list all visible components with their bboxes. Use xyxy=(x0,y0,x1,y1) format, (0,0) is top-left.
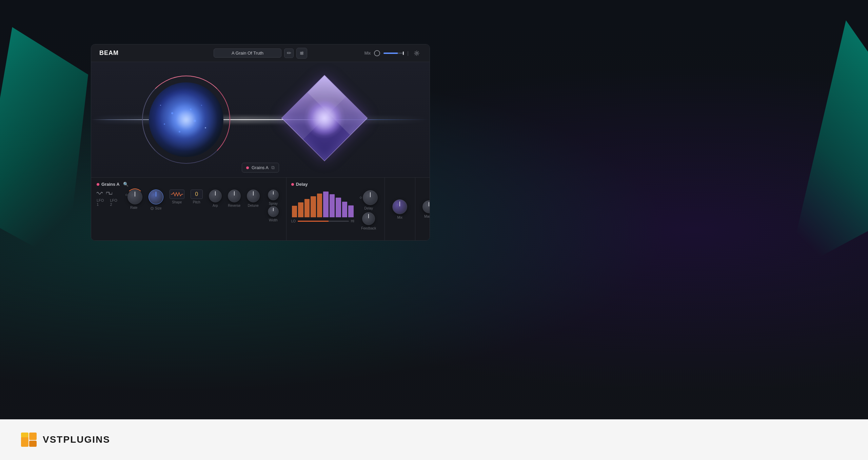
arp-knob[interactable] xyxy=(209,189,222,202)
grains-name: Grains A xyxy=(252,165,269,170)
delay-knob-label: Delay xyxy=(364,206,373,210)
particle xyxy=(201,105,202,106)
size-knob-label: Size xyxy=(155,206,161,210)
lfo-sine-icon[interactable] xyxy=(97,191,103,196)
grains-dot xyxy=(246,166,249,169)
svg-point-6 xyxy=(416,52,418,54)
shape-display[interactable] xyxy=(170,189,184,199)
shape-wave-icon xyxy=(171,192,183,197)
bottom-panel: Grains A 🔍 xyxy=(91,177,430,241)
detune-knob[interactable] xyxy=(247,189,260,202)
macro-knob[interactable] xyxy=(422,200,430,213)
mix-knob-group: Mix xyxy=(392,199,407,219)
eq-bar-3 xyxy=(304,199,310,217)
lfo2-label: LFO 2 xyxy=(110,198,117,206)
spray-knob[interactable] xyxy=(268,189,279,200)
vstplugins-logo-text: VSTPLUGINS xyxy=(43,434,110,445)
lo-label: LO xyxy=(291,219,296,223)
size-knob[interactable] xyxy=(149,189,163,204)
width-knob[interactable] xyxy=(268,206,279,217)
width-knob-group: Width xyxy=(268,206,279,222)
rate-knob-indicator xyxy=(126,188,143,205)
eq-bar-2 xyxy=(298,202,303,217)
preset-name-display[interactable]: A Grain Of Truth xyxy=(214,48,281,58)
grains-section-header: Grains A 🔍 xyxy=(97,182,281,187)
svg-point-4 xyxy=(301,53,302,54)
eq-bar-7 xyxy=(330,194,335,217)
spray-knob-group: Spray xyxy=(268,189,279,205)
lfo1-label: LFO 1 xyxy=(97,198,104,206)
settings-button[interactable] xyxy=(412,48,421,58)
pitch-value[interactable]: 0 xyxy=(191,189,203,199)
delay-knobs: Delay Feedback xyxy=(358,190,380,230)
svg-point-5 xyxy=(302,54,303,55)
orb-left[interactable] xyxy=(142,76,230,164)
vstplugins-logo-icon xyxy=(20,432,38,447)
grains-section-title: Grains A xyxy=(101,182,120,187)
eq-bar-5 xyxy=(317,194,322,217)
copy-button[interactable]: ⧉ xyxy=(271,165,275,171)
orb-inner xyxy=(149,82,223,157)
vstplugins-logo: VSTPLUGINS xyxy=(20,432,110,447)
delay-option-dot xyxy=(360,197,362,199)
arp-knob-group: Arp xyxy=(209,189,222,207)
svg-rect-9 xyxy=(29,433,37,440)
grains-section-dot xyxy=(97,183,99,186)
delay-dot xyxy=(291,183,294,186)
delay-title: Delay xyxy=(296,182,308,187)
grains-label-overlay: Grains A ⧉ xyxy=(242,163,279,173)
divider: | xyxy=(407,51,409,56)
eq-bars xyxy=(291,190,354,217)
diamond-shape xyxy=(281,75,368,161)
header-right-controls: Mix | xyxy=(364,48,421,58)
rate-knob[interactable] xyxy=(127,189,142,204)
eq-bar-4 xyxy=(311,196,316,217)
mix-knob[interactable] xyxy=(392,199,407,214)
mix-label: Mix xyxy=(364,51,371,56)
spray-knob-label: Spray xyxy=(269,202,278,205)
svg-rect-10 xyxy=(29,441,37,447)
plugin-window: BEAM A Grain Of Truth ✏ Mix xyxy=(91,44,430,241)
preset-filter-button[interactable] xyxy=(296,48,307,59)
svg-rect-8 xyxy=(21,433,28,437)
macro-knob-label: Macro xyxy=(424,215,430,218)
lfo-section: LFO 1 LFO 2 xyxy=(97,189,117,206)
orb-glow xyxy=(167,101,205,138)
delay-header: Delay xyxy=(291,182,380,187)
width-knob-label: Width xyxy=(269,218,278,222)
detune-knob-group: Detune xyxy=(247,189,260,207)
size-knob-group: ⊙ Size xyxy=(149,189,163,211)
pitch-knob-group: 0 Pitch xyxy=(191,189,203,204)
mix-knob-label: Mix xyxy=(397,216,403,219)
feedback-knob[interactable] xyxy=(362,212,375,225)
lfo-square-icon[interactable] xyxy=(106,191,112,196)
delay-section: Delay xyxy=(287,178,385,241)
rate-knob-group: Rate xyxy=(125,189,142,209)
delay-knob-group: Delay xyxy=(360,190,378,210)
preset-controls: A Grain Of Truth ✏ xyxy=(214,48,307,59)
grains-search-icon[interactable]: 🔍 xyxy=(123,182,129,187)
sliders-icon xyxy=(299,51,304,56)
diamond-wrap[interactable] xyxy=(287,77,362,159)
pitch-knob-label: Pitch xyxy=(193,200,200,204)
delay-knob[interactable] xyxy=(363,190,378,205)
gear-icon xyxy=(414,51,419,56)
svg-rect-7 xyxy=(21,437,28,447)
reverse-knob-group: Reverse xyxy=(228,189,241,207)
eq-controls: LO HI xyxy=(291,219,354,223)
app-logo: BEAM xyxy=(99,49,119,57)
detune-knob-label: Detune xyxy=(248,204,259,207)
volume-slider[interactable] xyxy=(383,53,404,54)
reverse-knob[interactable] xyxy=(228,189,241,202)
shape-knob-group: Shape xyxy=(170,189,184,204)
particle xyxy=(164,123,165,125)
eq-lo-hi-slider[interactable] xyxy=(298,221,349,222)
chain-icon: ⊙ xyxy=(150,206,154,211)
preset-edit-button[interactable]: ✏ xyxy=(284,48,294,58)
lfo-shapes xyxy=(97,191,112,196)
rate-knob-label: Rate xyxy=(130,206,137,209)
eq-section: LO HI xyxy=(291,190,354,223)
shape-knob-label: Shape xyxy=(172,200,182,204)
spray-width-group: Spray Width xyxy=(266,189,281,222)
arp-knob-label: Arp xyxy=(213,204,218,207)
